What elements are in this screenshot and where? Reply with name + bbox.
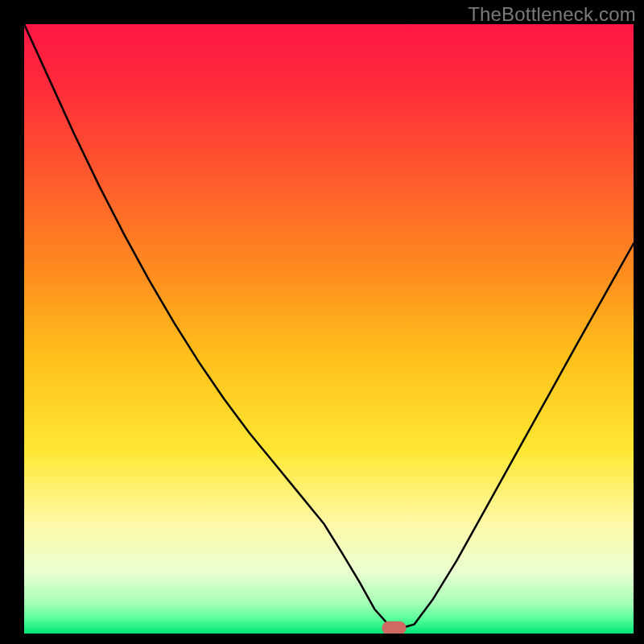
chart-frame: TheBottleneck.com [0,0,644,644]
watermark-text: TheBottleneck.com [468,3,636,26]
gradient-background [24,24,634,634]
chart-svg [24,24,634,634]
chart-plot-area [24,24,634,634]
optimal-marker [382,621,406,634]
